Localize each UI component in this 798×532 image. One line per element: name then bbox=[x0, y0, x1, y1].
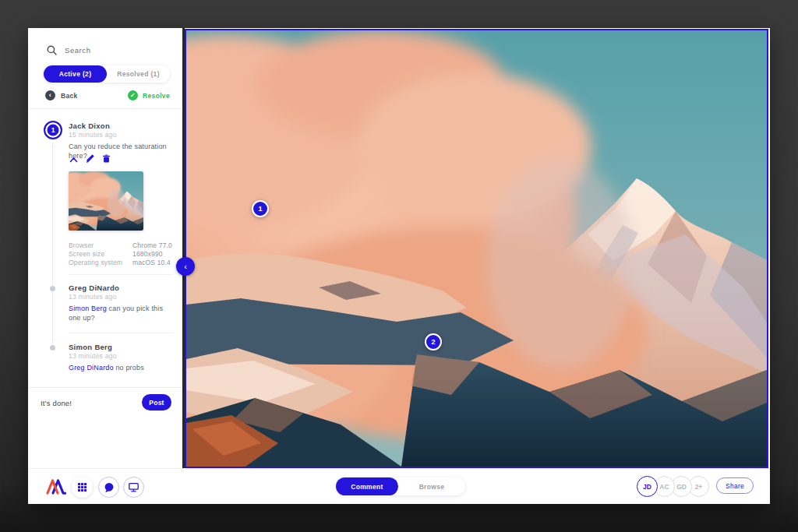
thread-connector-line bbox=[52, 143, 53, 347]
logo-m-icon bbox=[45, 477, 66, 496]
chevron-up-icon bbox=[69, 157, 78, 163]
mention-link[interactable]: Simon Berg bbox=[69, 305, 107, 312]
divider bbox=[28, 387, 182, 388]
apps-button[interactable] bbox=[72, 477, 93, 498]
collaborator-avatars: JD AC GD 2+ bbox=[637, 476, 709, 497]
collapse-comment-button[interactable] bbox=[69, 153, 78, 163]
comment-timestamp: 13 minutes ago bbox=[69, 293, 117, 301]
comment-actions bbox=[69, 153, 111, 163]
tab-resolved[interactable]: Resolved (1) bbox=[107, 65, 170, 83]
thread-dot bbox=[50, 286, 55, 291]
bottom-toolbar: Comment Browse JD AC GD 2+ Share bbox=[28, 468, 770, 504]
mention-link[interactable]: Greg DiNardo bbox=[69, 364, 114, 372]
back-button[interactable]: ‹ Back bbox=[45, 90, 78, 100]
avatar-jd[interactable]: JD bbox=[637, 476, 658, 497]
screenshot-thumbnail[interactable] bbox=[69, 171, 143, 231]
reply-input[interactable] bbox=[41, 395, 134, 410]
grid-icon bbox=[78, 483, 87, 491]
canvas-pin-1[interactable]: 1 bbox=[252, 200, 269, 217]
meta-row-os: Operating system macOS 10.4 bbox=[69, 259, 173, 267]
edit-comment-button[interactable] bbox=[85, 153, 94, 163]
search-bar bbox=[47, 42, 171, 58]
mode-browse[interactable]: Browse bbox=[398, 477, 465, 495]
resolve-label: Resolve bbox=[143, 92, 170, 100]
comment-timestamp: 13 minutes ago bbox=[69, 352, 117, 360]
trash-icon bbox=[102, 154, 111, 163]
back-label: Back bbox=[61, 92, 78, 100]
pencil-icon bbox=[86, 154, 94, 163]
mode-toggle: Comment Browse bbox=[336, 477, 465, 495]
comment-text: Simon Berg can you pick this one up? bbox=[69, 305, 171, 322]
marker-logo[interactable] bbox=[45, 477, 66, 499]
monitor-icon bbox=[128, 481, 139, 493]
meta-row-browser: Browser Chrome 77.0 bbox=[69, 241, 173, 250]
chat-bubble-icon bbox=[104, 482, 115, 493]
comment-author: Jack Dixon bbox=[69, 122, 110, 130]
comment-author: Simon Berg bbox=[69, 343, 112, 351]
resolve-check-icon: ✓ bbox=[128, 90, 138, 100]
divider bbox=[28, 108, 182, 109]
search-icon bbox=[47, 45, 57, 55]
thread-nav: ‹ Back ✓ Resolve bbox=[28, 90, 182, 103]
mode-comment[interactable]: Comment bbox=[336, 477, 398, 495]
filter-tabs: Active (2) Resolved (1) bbox=[44, 65, 170, 83]
comment-text: Greg DiNardo no probs bbox=[69, 364, 179, 373]
divider bbox=[69, 333, 173, 333]
canvas-pin-2[interactable]: 2 bbox=[425, 333, 442, 351]
comment-timestamp: 15 minutes ago bbox=[69, 131, 117, 139]
thread-dot bbox=[50, 345, 55, 351]
screenshot-image bbox=[186, 30, 767, 467]
screen-capture-button[interactable] bbox=[123, 477, 144, 498]
back-arrow-icon: ‹ bbox=[45, 90, 55, 100]
meta-row-screen-size: Screen size 1680x990 bbox=[69, 250, 173, 259]
delete-comment-button[interactable] bbox=[101, 153, 111, 163]
capture-metadata: Browser Chrome 77.0 Screen size 1680x990… bbox=[69, 241, 173, 267]
screenshot-canvas[interactable]: 1 2 ‹ bbox=[185, 29, 768, 468]
sidebar-collapse-button[interactable]: ‹ bbox=[176, 257, 195, 276]
resolve-button[interactable]: ✓ Resolve bbox=[128, 90, 170, 100]
tab-active[interactable]: Active (2) bbox=[44, 65, 107, 83]
comment-pin-1[interactable]: 1 bbox=[44, 121, 62, 139]
comment-author: Greg DiNardo bbox=[69, 284, 119, 292]
divider bbox=[69, 274, 173, 275]
sidebar: Active (2) Resolved (1) ‹ Back ✓ Resolve… bbox=[28, 28, 182, 468]
search-input[interactable] bbox=[65, 46, 150, 55]
share-button[interactable]: Share bbox=[716, 477, 754, 494]
thumbnail-image bbox=[69, 171, 143, 231]
app-window: Active (2) Resolved (1) ‹ Back ✓ Resolve… bbox=[28, 28, 770, 504]
comments-panel-button[interactable] bbox=[98, 477, 119, 498]
post-button[interactable]: Post bbox=[142, 394, 171, 410]
